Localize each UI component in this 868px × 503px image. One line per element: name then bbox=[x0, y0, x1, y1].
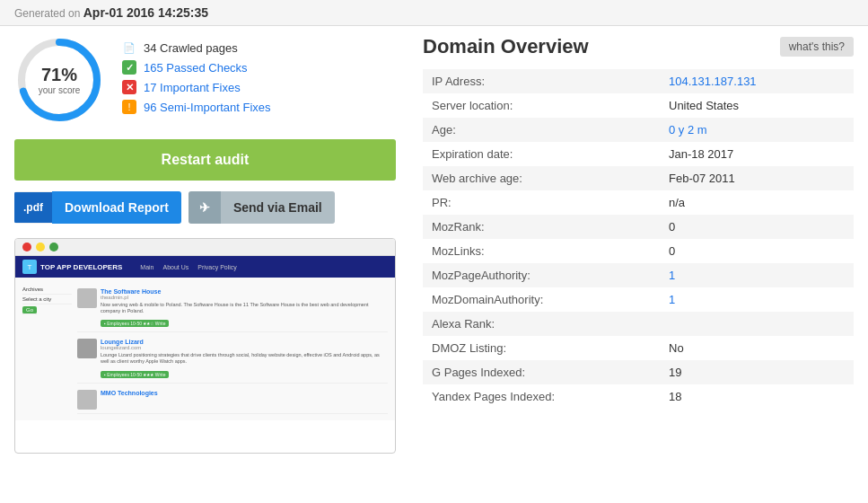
domain-row-label: PR: bbox=[423, 190, 660, 215]
domain-row: MozLinks:0 bbox=[423, 239, 854, 263]
domain-row-label: Yandex Pages Indexed: bbox=[423, 384, 660, 409]
preview-nav: T TOP APP DEVELOPERS Main About Us Priva… bbox=[15, 256, 395, 278]
generated-label: Generated on bbox=[14, 7, 80, 20]
email-icon: ✈ bbox=[189, 191, 221, 224]
preview-thumb-2 bbox=[77, 339, 97, 358]
domain-row-value: 19 bbox=[660, 360, 854, 384]
domain-row-label: MozDomainAuthority: bbox=[423, 287, 660, 312]
domain-row-label: MozPageAuthority: bbox=[423, 263, 660, 287]
article-sub-2: loungelizard.com bbox=[101, 345, 388, 350]
dot-red bbox=[22, 243, 31, 252]
dot-green bbox=[49, 243, 58, 252]
preview-article-text-3: MMO Technologies bbox=[101, 390, 388, 410]
domain-row-label: IP Adress: bbox=[423, 69, 660, 93]
domain-row: Alexa Rank: bbox=[423, 312, 854, 336]
domain-row: Web archive age:Feb-07 2011 bbox=[423, 166, 854, 190]
domain-row: PR:n/a bbox=[423, 190, 854, 215]
whats-this-button[interactable]: what's this? bbox=[780, 37, 854, 57]
nav-link-about: About Us bbox=[162, 264, 189, 270]
article-title-2: Lounge Lizard bbox=[101, 339, 388, 345]
passed-icon: ✓ bbox=[122, 60, 136, 75]
domain-row-value: Feb-07 2011 bbox=[660, 166, 854, 190]
domain-row-value: 1 bbox=[660, 287, 854, 312]
domain-row-label: Age: bbox=[423, 118, 660, 142]
article-sub-1: theadmin.pl bbox=[101, 295, 388, 300]
domain-row: MozRank:0 bbox=[423, 215, 854, 239]
preview-content: T TOP APP DEVELOPERS Main About Us Priva… bbox=[15, 256, 395, 446]
preview-nav-links: Main About Us Privacy Policy bbox=[140, 264, 237, 270]
check-passed: ✓ 165 Passed Checks bbox=[122, 60, 271, 75]
restart-audit-button[interactable]: Restart audit bbox=[14, 139, 396, 181]
preview-article-text-2: Lounge Lizard loungelizard.com Lounge Li… bbox=[101, 339, 388, 378]
article-tag-2: ▪ Employees 10-50 ★★★ Write bbox=[101, 371, 169, 378]
preview-sidebar: Archives Select a city Go bbox=[22, 285, 72, 417]
email-label: Send via Email bbox=[221, 191, 335, 224]
article-excerpt-1: Now serving web & mobile to Poland. The … bbox=[101, 302, 388, 314]
score-text: 71% your score bbox=[39, 65, 81, 95]
domain-table: IP Adress:104.131.187.131Server location… bbox=[423, 69, 854, 409]
score-circle: 71% your score bbox=[14, 35, 104, 125]
article-title-1: The Software House bbox=[101, 288, 388, 295]
preview-thumb-1 bbox=[77, 288, 97, 308]
dot-yellow bbox=[36, 243, 45, 252]
domain-row: Server location:United States bbox=[423, 93, 854, 118]
important-link[interactable]: 17 Important Fixes bbox=[144, 81, 241, 94]
semi-icon: ! bbox=[122, 100, 136, 114]
check-semi: ! 96 Semi-Important Fixes bbox=[122, 100, 271, 114]
topbar: Generated on Apr-01 2016 14:25:35 bbox=[0, 0, 868, 26]
domain-row: G Pages Indexed:19 bbox=[423, 360, 854, 384]
sidebar-select: Select a city bbox=[22, 295, 72, 304]
preview-article-text-1: The Software House theadmin.pl Now servi… bbox=[101, 288, 388, 328]
preview-logo-icon: T bbox=[22, 260, 37, 274]
nav-link-main: Main bbox=[140, 264, 153, 270]
domain-row-value bbox=[660, 312, 854, 336]
preview-thumb-3 bbox=[77, 390, 97, 410]
download-label: Download Report bbox=[52, 191, 181, 224]
domain-row-value: Jan-18 2017 bbox=[660, 142, 854, 166]
preview-article-3: MMO Technologies bbox=[77, 386, 388, 414]
domain-row-label: MozRank: bbox=[423, 215, 660, 239]
domain-row-label: Expiration date: bbox=[423, 142, 660, 166]
sidebar-archives: Archives bbox=[22, 285, 72, 295]
preview-body: Archives Select a city Go The Software H… bbox=[15, 278, 395, 420]
domain-row-label: G Pages Indexed: bbox=[423, 360, 660, 384]
send-via-email-button[interactable]: ✈ Send via Email bbox=[189, 191, 335, 224]
domain-row-label: Web archive age: bbox=[423, 166, 660, 190]
domain-row-value: 18 bbox=[660, 384, 854, 409]
preview-logo: T TOP APP DEVELOPERS bbox=[22, 260, 122, 274]
important-icon: ✕ bbox=[122, 80, 136, 94]
domain-row-value: 0 bbox=[660, 215, 854, 239]
pdf-label: .pdf bbox=[14, 192, 52, 223]
domain-row-value: 1 bbox=[660, 263, 854, 287]
preview-article-2: Lounge Lizard loungelizard.com Lounge Li… bbox=[77, 335, 388, 383]
domain-row: Age:0 y 2 m bbox=[423, 118, 854, 142]
domain-row-label: MozLinks: bbox=[423, 239, 660, 263]
preview-article-1: The Software House theadmin.pl Now servi… bbox=[77, 285, 388, 332]
preview-sidebar-main: Archives Select a city Go The Software H… bbox=[22, 285, 388, 417]
domain-overview-title: Domain Overview bbox=[423, 35, 589, 58]
domain-row-value: No bbox=[660, 336, 854, 360]
article-tag-1: ▪ Employees 10-50 ★★☆ Write bbox=[101, 320, 169, 327]
domain-row-value: 104.131.187.131 bbox=[660, 69, 854, 93]
checks-list: 📄 34 Crawled pages ✓ 165 Passed Checks ✕… bbox=[122, 40, 271, 119]
main-content: 71% your score 📄 34 Crawled pages ✓ 165 … bbox=[0, 26, 868, 463]
domain-row-value: 0 bbox=[660, 239, 854, 263]
passed-link[interactable]: 165 Passed Checks bbox=[144, 61, 248, 75]
article-excerpt-2: Lounge Lizard positioning strategies tha… bbox=[101, 352, 388, 365]
domain-row-value: 0 y 2 m bbox=[660, 118, 854, 142]
domain-row-label: Server location: bbox=[423, 93, 660, 118]
download-report-button[interactable]: .pdf Download Report bbox=[14, 191, 181, 224]
article-title-3: MMO Technologies bbox=[101, 390, 388, 396]
preview-logo-text: TOP APP DEVELOPERS bbox=[40, 263, 122, 271]
semi-link[interactable]: 96 Semi-Important Fixes bbox=[144, 101, 271, 114]
domain-row: Yandex Pages Indexed:18 bbox=[423, 384, 854, 409]
domain-row: Expiration date:Jan-18 2017 bbox=[423, 142, 854, 166]
sidebar-go: Go bbox=[22, 306, 37, 314]
domain-row: IP Adress:104.131.187.131 bbox=[423, 69, 854, 93]
crawled-text: 34 Crawled pages bbox=[144, 41, 238, 55]
preview-main: The Software House theadmin.pl Now servi… bbox=[77, 285, 388, 417]
nav-link-privacy: Privacy Policy bbox=[197, 264, 237, 270]
score-percent: 71% bbox=[39, 65, 81, 85]
domain-row-value: n/a bbox=[660, 190, 854, 215]
check-crawled: 📄 34 Crawled pages bbox=[122, 40, 271, 55]
